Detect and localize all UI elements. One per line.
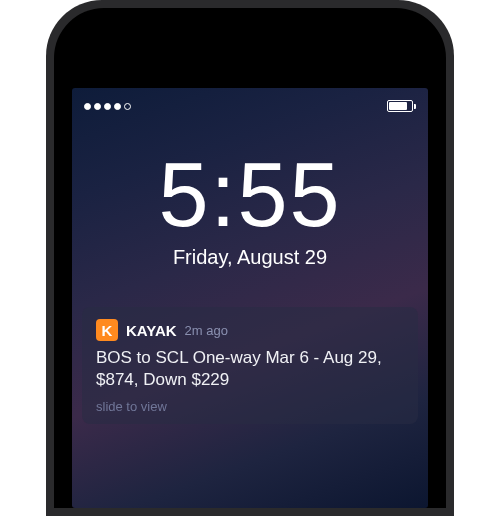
slide-to-view-hint[interactable]: slide to view: [96, 399, 404, 414]
notification-header: K KAYAK 2m ago: [96, 319, 404, 341]
lock-screen-clock: 5:55 Friday, August 29: [72, 150, 428, 269]
phone-screen: 5:55 Friday, August 29 K KAYAK 2m ago BO…: [72, 88, 428, 508]
phone-frame: 5:55 Friday, August 29 K KAYAK 2m ago BO…: [46, 0, 454, 516]
battery-icon: [387, 100, 416, 112]
status-bar: [72, 88, 428, 114]
clock-time: 5:55: [72, 150, 428, 240]
kayak-app-icon: K: [96, 319, 118, 341]
notification-app-name: KAYAK: [126, 322, 177, 339]
notification-message: BOS to SCL One-way Mar 6 - Aug 29, $874,…: [96, 347, 404, 391]
notification-timestamp: 2m ago: [185, 323, 228, 338]
notification-card[interactable]: K KAYAK 2m ago BOS to SCL One-way Mar 6 …: [82, 307, 418, 424]
clock-date: Friday, August 29: [72, 246, 428, 269]
phone-bezel: 5:55 Friday, August 29 K KAYAK 2m ago BO…: [54, 8, 446, 508]
app-icon-letter: K: [102, 322, 113, 339]
signal-strength-icon: [84, 103, 131, 110]
